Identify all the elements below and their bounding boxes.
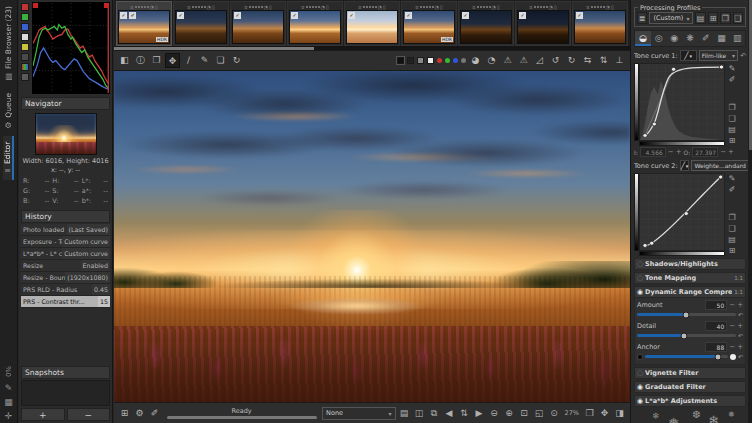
minus-spinner[interactable]: − (729, 343, 735, 351)
plus-spinner[interactable]: + (676, 148, 682, 156)
slider-track[interactable] (645, 355, 728, 358)
shadow-clip-indicator[interactable] (33, 3, 38, 8)
key-icon[interactable]: ¤ (358, 4, 361, 10)
load-curve-icon[interactable]: ▤ (728, 124, 736, 135)
bg-color-black-swatch[interactable] (407, 57, 414, 64)
monitor-profile-select[interactable]: None ▾ (322, 407, 395, 420)
trash-icon[interactable]: ▯ (212, 4, 215, 10)
collapse-left-panel-button[interactable]: ◧ (117, 53, 132, 68)
collapse-right-panel-button[interactable]: ◨ (613, 406, 626, 421)
curve1-type-select[interactable]: ╱▾ (680, 50, 697, 61)
flip-horizontal-button[interactable]: ⇆ (580, 53, 595, 68)
clock-icon[interactable]: ◔ (435, 4, 439, 10)
trash-icon[interactable]: ▯ (611, 4, 614, 10)
hand-tool-button[interactable]: ✥ (165, 53, 180, 68)
key-icon[interactable]: ¤ (301, 4, 304, 10)
image-nav-button[interactable]: ⇅ (458, 406, 471, 421)
rotate-ccw-button[interactable]: ↺ (548, 53, 563, 68)
slider-handle[interactable] (683, 311, 690, 318)
key-icon[interactable]: ¤ (586, 4, 589, 10)
tool-vignette-filter[interactable]: ○ Vignette Filter (634, 367, 746, 379)
image-canvas[interactable] (114, 71, 630, 402)
power-icon[interactable]: ○ (637, 260, 643, 268)
bg-color-dark-swatch[interactable] (397, 57, 404, 64)
green-channel-toggle[interactable] (445, 58, 450, 63)
edit-pixel-icon[interactable]: ✐ (729, 184, 736, 195)
history-row-selected[interactable]: PRS - Contrast thr...15 (21, 296, 110, 308)
fullscreen-button[interactable]: ✥ (598, 406, 611, 421)
input-value-field[interactable]: 4.566 (640, 147, 666, 157)
clock-icon[interactable]: ◔ (264, 4, 268, 10)
zoom-fit-button[interactable]: ⊡ (518, 406, 531, 421)
key-icon[interactable]: ¤ (472, 4, 475, 10)
plus-spinner[interactable]: + (737, 322, 743, 330)
minus-spinner[interactable]: − (729, 301, 735, 309)
add-to-queue-button[interactable]: ⚙ (133, 406, 146, 421)
power-icon[interactable]: ○ (637, 369, 643, 377)
histogram-blue-toggle[interactable] (21, 23, 29, 31)
histogram-red-toggle[interactable] (21, 3, 29, 11)
slider-track[interactable] (637, 313, 736, 316)
tab-raw[interactable]: ▦ (714, 31, 730, 46)
history-row[interactable]: Exposure - Tone c...Custom curve (21, 236, 110, 248)
zoom-fit-crop-button[interactable]: ◱ (533, 406, 546, 421)
minus-spinner[interactable]: − (729, 322, 735, 330)
plus-spinner[interactable]: + (737, 343, 743, 351)
tone-curve1-editor[interactable]: ✎ ✐ ❐ ❑ ▤ ⊞ (634, 63, 746, 146)
histogram-chroma-toggle[interactable] (21, 43, 29, 51)
paste-profile-button[interactable]: ❑ (733, 12, 743, 24)
tool-dynamic-range-compression[interactable]: ◉ Dynamic Range Compression 1:1 (634, 286, 746, 298)
tab-advanced[interactable]: ❋ (682, 31, 698, 46)
key-icon[interactable]: ¤ (187, 4, 190, 10)
filmstrip-thumb[interactable]: ¤◔▯ ✓ (287, 1, 343, 46)
curve1-mode-select[interactable]: Film-like▾ (699, 50, 738, 61)
filmstrip-thumb[interactable]: ¤◔▯ ✓ (572, 1, 628, 46)
history-row[interactable]: L*a*b* - L* curveCustom curve (21, 248, 110, 260)
clock-icon[interactable]: ◔ (549, 4, 553, 10)
filmstrip-thumb[interactable]: ¤◔▯ ✓ (173, 1, 229, 46)
slider-reset-button[interactable]: ↶ (738, 311, 743, 318)
crosshair-icon[interactable]: ✛ (5, 409, 13, 423)
tool-tone-mapping[interactable]: ○ Tone Mapping 1:1 (634, 272, 746, 284)
key-icon[interactable]: ¤ (529, 4, 532, 10)
histogram-bar-toggle[interactable] (21, 63, 29, 71)
tone-curve2-editor[interactable]: ✎ ✐ ❐ ❑ ▤ ⊞ (634, 173, 746, 256)
filmstrip-thumb[interactable]: ¤◔▯ ✓ (230, 1, 286, 46)
histogram-luma-toggle[interactable] (21, 33, 29, 41)
histogram-mode-toggle[interactable] (21, 73, 29, 81)
color-picker-tool-button[interactable]: ✎ (197, 53, 212, 68)
trash-icon[interactable]: ▯ (440, 4, 443, 10)
tool-lab-adjustments[interactable]: ◉ L*a*b* Adjustments (634, 395, 746, 407)
shadow-clipping-button[interactable]: ⚠ (500, 53, 515, 68)
zoom-in-button[interactable]: ⊕ (503, 406, 516, 421)
bg-color-white-swatch[interactable] (427, 57, 434, 64)
right-panel-scrollbar[interactable] (748, 0, 752, 423)
clock-icon[interactable]: ◔ (606, 4, 610, 10)
tab-transform[interactable]: ✐ (698, 31, 714, 46)
zoom-100-button[interactable]: ⊙ (548, 406, 561, 421)
clock-icon[interactable]: ◔ (321, 4, 325, 10)
save-image-button[interactable]: ⊞ (118, 406, 131, 421)
edit-pixel-icon[interactable]: ✐ (729, 74, 736, 85)
power-icon[interactable]: ◉ (637, 397, 643, 405)
rotate-cw-button[interactable]: ↻ (564, 53, 579, 68)
slider-track[interactable] (637, 334, 736, 337)
tab-detail[interactable]: ◎ (651, 31, 667, 46)
edit-point-icon[interactable]: ✎ (729, 63, 736, 74)
rotate-tool-button[interactable]: ↻ (229, 53, 244, 68)
key-icon[interactable]: ¤ (415, 4, 418, 10)
filmstrip-thumb[interactable]: ¤◔▯ ✓✐HDR (116, 1, 172, 46)
minus-spinner[interactable]: − (668, 148, 674, 156)
save-curve-icon[interactable]: ⊞ (729, 245, 736, 256)
power-icon[interactable]: ◉ (637, 288, 643, 296)
trash-icon[interactable]: ▯ (383, 4, 386, 10)
trash-icon[interactable]: ▯ (554, 4, 557, 10)
crop-tool-button[interactable]: ❏ (213, 53, 228, 68)
clock-icon[interactable]: ◔ (150, 4, 154, 10)
history-row[interactable]: Photo loaded(Last Saved) (21, 224, 110, 236)
paste-curve-icon[interactable]: ❑ (728, 223, 735, 234)
trash-icon[interactable]: ▯ (326, 4, 329, 10)
histogram-raw-toggle[interactable] (21, 53, 29, 61)
remove-snapshot-button[interactable]: − (67, 408, 111, 421)
clock-icon[interactable]: ◔ (492, 4, 496, 10)
